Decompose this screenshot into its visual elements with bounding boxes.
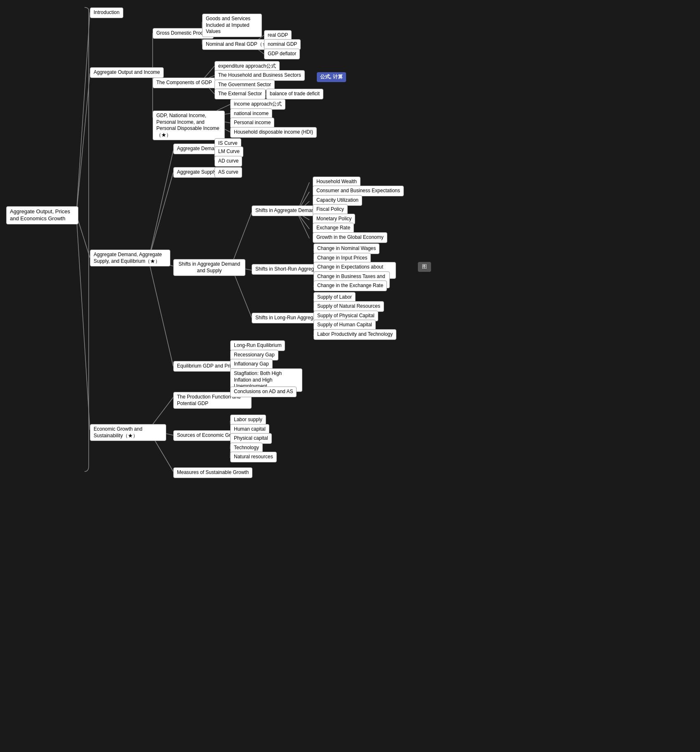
- supply-physical-label: Supply of Physical Capital: [317, 313, 375, 318]
- shifts-agg-demand-node: Shifts in Aggregate Demand: [252, 205, 321, 216]
- household-wealth-label: Household Wealth: [316, 179, 357, 184]
- technology-label: Technology: [234, 445, 259, 450]
- fiscal-policy-node: Fiscal Policy: [313, 204, 348, 215]
- supply-natural-node: Supply of Natural Resources: [313, 301, 384, 312]
- svg-line-0: [76, 12, 90, 215]
- exchange-rate-label: Exchange Rate: [316, 225, 350, 231]
- aggregate-supply-node: Aggregate Supply: [173, 167, 220, 178]
- lm-curve-node: LM Curve: [214, 146, 243, 157]
- graph-badge-label: 图: [422, 264, 427, 269]
- shifts-ad-supply-label: Shifts in Aggregate Demand and Supply: [179, 261, 240, 273]
- aggregate-output-label: Aggregate Output and Income: [94, 69, 160, 75]
- nominal-gdp-label: nominal GDP: [268, 41, 297, 47]
- svg-line-25: [148, 151, 173, 260]
- human-capital-label: Human capital: [234, 426, 266, 432]
- labor-productivity-node: Labor Productivity and Technology: [313, 329, 396, 340]
- formula-badge[interactable]: 公式, 计算: [317, 72, 346, 82]
- svg-line-28: [148, 260, 173, 366]
- root-node: Aggregate Output, Prices and Economics G…: [6, 206, 78, 224]
- expenditure-approach-label: expenditure approach公式: [218, 63, 276, 69]
- labor-supply-node: Labor supply: [230, 415, 266, 425]
- shifts-agg-demand-label: Shifts in Aggregate Demand: [255, 207, 317, 213]
- income-approach-label: income approach公式: [234, 101, 282, 107]
- root-label: Aggregate Output, Prices and Economics G…: [10, 208, 70, 222]
- income-approach-node: income approach公式: [230, 99, 285, 110]
- conclusions-ad-as-node: Conclusions on AD and AS: [230, 387, 297, 397]
- real-gdp-label: real GDP: [268, 32, 288, 38]
- svg-line-29: [231, 212, 252, 266]
- agg-demand-supply-label: Aggregate Demand, Aggregate Supply, and …: [94, 252, 162, 264]
- introduction-node: Introduction: [90, 7, 123, 18]
- natural-resources-node: Natural resources: [230, 452, 277, 462]
- change-exchange-rate-label: Change in the Exchange Rate: [317, 283, 383, 288]
- as-curve-label: AS curve: [218, 169, 238, 175]
- aggregate-output-node: Aggregate Output and Income: [90, 67, 164, 78]
- supply-labor-label: Supply of Labor: [317, 294, 352, 300]
- as-curve-node: AS curve: [214, 167, 242, 178]
- change-input-prices-label: Change in Input Prices: [317, 255, 367, 261]
- external-sector-node: The External Sector: [214, 89, 266, 99]
- labor-productivity-label: Labor Productivity and Technology: [317, 331, 393, 337]
- formula-badge-label: 公式, 计算: [320, 74, 343, 80]
- measures-sustainable-label: Measures of Sustainable Growth: [177, 469, 249, 475]
- external-sector-label: The External Sector: [218, 91, 262, 97]
- natural-resources-label: Natural resources: [234, 454, 273, 460]
- ad-curve-label: AD curve: [218, 158, 238, 164]
- svg-line-26: [148, 172, 173, 260]
- equilibrium-gdp-label: Equilibrium GDP and Prices: [177, 363, 238, 369]
- household-disposable-label: Household disposable income (HDI): [234, 129, 313, 135]
- government-sector-label: The Government Sector: [218, 82, 271, 87]
- physical-capital-node: Physical capital: [230, 433, 272, 444]
- long-run-equilibrium-label: Long-Run Equilibrium: [234, 342, 281, 348]
- labor-supply-label: Labor supply: [234, 417, 262, 422]
- gdp-national-node: GDP, National Income, Personal Income, a…: [153, 111, 225, 140]
- personal-income-label: Personal income: [234, 120, 271, 125]
- supply-human-label: Supply of Human Capital: [317, 322, 372, 328]
- household-business-node: The Household and Business Sectors: [214, 70, 305, 81]
- growth-global-node: Growth in the Global Economy: [313, 232, 387, 243]
- exchange-rate-node: Exchange Rate: [313, 223, 354, 233]
- agg-demand-supply-node: Aggregate Demand, Aggregate Supply, and …: [90, 250, 170, 266]
- consumer-business-exp-label: Consumer and Business Expectations: [316, 188, 400, 193]
- economic-growth-label: Economic Growth and Sustainability（★）: [94, 426, 142, 438]
- supply-natural-label: Supply of Natural Resources: [317, 303, 380, 309]
- gdp-national-label: GDP, National Income, Personal Income, a…: [156, 113, 219, 138]
- balance-trade-label: balance of trade deficit: [270, 91, 320, 97]
- svg-line-3: [76, 215, 90, 430]
- nominal-gdp-node: nominal GDP: [264, 39, 301, 50]
- svg-line-1: [76, 73, 90, 215]
- conclusions-ad-as-label: Conclusions on AD and AS: [234, 389, 293, 394]
- is-curve-label: IS Curve: [218, 140, 238, 146]
- change-nominal-wages-label: Change in Nominal Wages: [317, 245, 376, 251]
- aggregate-supply-label: Aggregate Supply: [177, 169, 216, 175]
- lm-curve-label: LM Curve: [218, 149, 240, 154]
- long-run-equilibrium-node: Long-Run Equilibrium: [230, 340, 285, 351]
- inflationary-gap-node: Inflationary Gap: [230, 359, 273, 370]
- aggregate-demand-label: Aggregate Demand: [177, 146, 220, 151]
- svg-line-38: [297, 212, 309, 238]
- shifts-ad-supply-node: Shifts in Aggregate Demand and Supply: [173, 259, 245, 276]
- goods-imputed-node: Goods and Services Included at Imputed V…: [202, 14, 262, 37]
- economic-growth-node: Economic Growth and Sustainability（★）: [90, 424, 166, 441]
- measures-sustainable-node: Measures of Sustainable Growth: [173, 467, 252, 478]
- physical-capital-label: Physical capital: [234, 435, 268, 441]
- gdp-deflator-label: GDP deflator: [268, 51, 296, 57]
- goods-imputed-label: Goods and Services Included at Imputed V…: [206, 16, 250, 34]
- growth-global-label: Growth in the Global Economy: [316, 234, 384, 240]
- balance-trade-node: balance of trade deficit: [266, 89, 323, 99]
- supply-human-node: Supply of Human Capital: [313, 320, 376, 330]
- inflationary-gap-label: Inflationary Gap: [234, 361, 269, 367]
- monetary-policy-label: Monetary Policy: [316, 216, 351, 222]
- change-nominal-wages-node: Change in Nominal Wages: [313, 243, 379, 254]
- change-exchange-rate-node: Change in the Exchange Rate: [313, 281, 387, 291]
- mind-map: Aggregate Output, Prices and Economics G…: [0, 0, 700, 752]
- consumer-business-exp-node: Consumer and Business Expectations: [313, 186, 404, 196]
- personal-income-node: Personal income: [230, 118, 274, 128]
- nominal-real-gdp-label: Nominal and Real GDP（★）: [206, 41, 272, 47]
- graph-badge[interactable]: 图: [418, 262, 431, 272]
- household-business-label: The Household and Business Sectors: [218, 72, 301, 78]
- capacity-utilization-label: Capacity Utilization: [316, 197, 358, 203]
- recessionary-gap-label: Recessionary Gap: [234, 352, 275, 358]
- ad-curve-node: AD curve: [214, 156, 242, 167]
- gdp-deflator-node: GDP deflator: [264, 49, 300, 59]
